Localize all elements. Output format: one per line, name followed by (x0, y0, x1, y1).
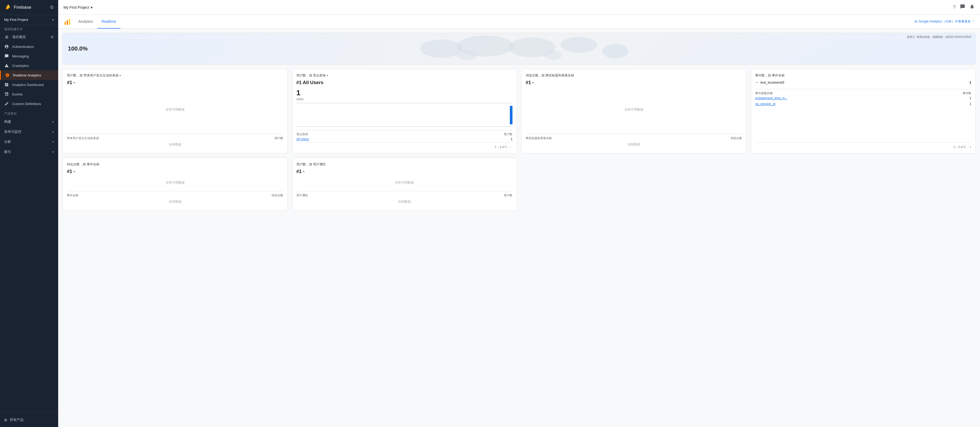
card6-no-data: 没有可用数据 (296, 177, 513, 189)
content-body: 100.0% 新西兰 维港站标题，地图刷新：按2022-06/2011)6020 (58, 29, 980, 427)
sidebar-item-messaging[interactable]: Messaging (0, 51, 58, 61)
card3-table-header: 网页标题和屏幕名称 浏览次数 (526, 134, 742, 140)
realtime-analytics-icon (5, 73, 10, 78)
svg-rect-0 (65, 22, 66, 25)
section-build[interactable]: 构建 ▾ (0, 117, 58, 127)
card2-footer: 1 – 1 of 1 ‹ › (296, 142, 513, 149)
sidebar-item-home[interactable]: ⊞ 项目概览 ⚙ (0, 32, 58, 42)
help-icon[interactable]: ? (953, 5, 956, 10)
card4-col-right: 事件数 (963, 91, 971, 95)
dropdown-arrow-icon[interactable]: ▾ (119, 74, 121, 77)
card4-event-count: 1 (969, 80, 971, 84)
next-arrow-icon[interactable]: › (511, 145, 512, 149)
card3-col-left: 网页标题和屏幕名称 (526, 136, 552, 140)
sidebar-item-label: 项目概览 (12, 35, 26, 40)
settings-gear-icon[interactable]: ⚙ (51, 35, 54, 39)
card6-no-data-row: 没有数据 (296, 198, 513, 206)
card3-no-data: 没有可用数据 (526, 88, 742, 132)
param-row-2-label[interactable]: ga_session_id (755, 102, 776, 106)
card1-col-left: 带来用户首次互动的来源 (67, 136, 99, 140)
card4-pagination: 1 – 2 of 2 (953, 145, 966, 148)
card2-rank: #1 All Users (296, 80, 323, 86)
sidebar-item-custom-definitions[interactable]: Custom Definitions (0, 99, 58, 108)
google-analytics-link[interactable]: 在 Google Analytics（分析）中查看更多 ↗ (915, 19, 975, 24)
sidebar-item-realtime-analytics[interactable]: Realtime Analytics (0, 70, 58, 80)
crashlytics-icon (4, 63, 9, 68)
card2-col-left: 受众群体 (296, 132, 308, 136)
sidebar-item-crashlytics[interactable]: Crashlytics (0, 61, 58, 70)
sidebar-item-events[interactable]: Events (0, 89, 58, 99)
topbar-project[interactable]: My First Project ▾ (64, 5, 92, 10)
svg-point-9 (544, 51, 562, 60)
world-map-svg (76, 33, 962, 64)
section-analytics[interactable]: 分析 ▾ (0, 137, 58, 147)
all-products-label: 所有产品 (10, 417, 24, 422)
sidebar-item-analytics-dashboard[interactable]: Analytics Dashboard (0, 80, 58, 89)
next-arrow-icon[interactable]: › (970, 145, 971, 149)
card5-no-data-row: 没有数据 (67, 198, 283, 206)
events-icon (4, 92, 9, 97)
all-users-link[interactable]: All Users (296, 137, 309, 141)
chevron-down-icon: ▾ (52, 150, 54, 154)
section-attract[interactable]: 吸引 ▾ (0, 147, 58, 157)
sidebar-item-label: Messaging (12, 54, 29, 58)
card4-col-left: 事件参数的键 (755, 91, 773, 95)
card-page-views: 浏览次数，按 网页标题和屏幕名称 #1 - 没有可用数据 网页标题和屏幕名称 浏… (521, 69, 746, 153)
home-icon: ⊞ (4, 35, 9, 40)
param-row-1-label[interactable]: engagement_time_m... (755, 96, 788, 100)
card3-col-right: 浏览次数 (730, 136, 742, 140)
dashed-line-2 (296, 126, 513, 127)
cards-grid-bottom: 转化次数，按 事件名称 #1 - 没有可用数据 事件名称 转化次数 没有数据 用… (62, 158, 976, 210)
sidebar-item-label: Crashlytics (12, 64, 29, 68)
tab-realtime[interactable]: Realtime (97, 15, 120, 29)
sidebar-item-label: Analytics Dashboard (12, 83, 44, 87)
card2-pct: 100% (296, 98, 513, 101)
map-strip: 100.0% 新西兰 维港站标题，地图刷新：按2022-06/2011)6020 (62, 33, 976, 65)
prev-arrow-icon[interactable]: ‹ (509, 145, 511, 149)
card5-no-data: 没有可用数据 (67, 177, 283, 189)
svg-point-7 (602, 44, 628, 59)
tab-realtime-label: Realtime (102, 19, 116, 24)
card2-number: 1 (296, 89, 513, 97)
all-users-value: 1 (511, 137, 512, 141)
notification-icon[interactable] (969, 4, 975, 11)
dropdown-arrow-icon[interactable]: ▾ (327, 74, 328, 77)
card3-rank: #1 - (526, 80, 742, 86)
svg-rect-2 (69, 19, 70, 25)
section-publish-monitor[interactable]: 发布与监控 ▾ (0, 127, 58, 137)
tab-analytics[interactable]: Analytics (74, 15, 97, 29)
chevron-down-icon: ▾ (52, 140, 54, 143)
prev-arrow-icon[interactable]: ‹ (968, 145, 969, 149)
project-row[interactable]: My First Project ▾ (0, 15, 58, 25)
card2-col-right: 用户数 (504, 132, 512, 136)
product-category-label: 产品类别 (0, 108, 58, 117)
card1-col-right: 用户数 (275, 136, 283, 140)
section-label: 发布与监控 (4, 129, 52, 134)
card4-title: 事件数，按 事件名称 (755, 73, 972, 78)
back-arrow-icon[interactable]: ← (755, 80, 759, 84)
dashed-line (296, 103, 513, 103)
grid-icon: ⊞ (4, 418, 7, 422)
card2-title: 用户数，按 受众群体 ▾ (296, 73, 513, 78)
topbar-chevron-icon: ▾ (91, 5, 92, 10)
card1-no-data: 没有可用数据 (67, 88, 283, 132)
sidebar-item-authentication[interactable]: Authentication (0, 42, 58, 51)
project-name: My First Project (4, 18, 51, 22)
main-area: My First Project ▾ ? Analytics Realtime (58, 0, 980, 427)
card2-nav-arrows: ‹ › (509, 145, 512, 149)
section-label: 分析 (4, 139, 52, 144)
chat-icon[interactable] (960, 4, 965, 11)
settings-icon[interactable]: ⚙ (50, 5, 54, 10)
card3-no-data-row: 没有数据 (526, 140, 742, 149)
map-info-text: 新西兰 维港站标题，地图刷新：按2022-06/2011)6020 (907, 35, 971, 39)
card6-table-header: 用户属性 用户数 (296, 191, 513, 198)
authentication-icon (4, 44, 9, 49)
app-name: Firebase (14, 5, 31, 10)
cards-grid-top: 用户数，按 带来用户首次互动的来源 ▾ #1 - 没有可用数据 带来用户首次互动… (62, 69, 976, 153)
card-events: 事件数，按 事件名称 ← test_localsend3 1 事件参数的键 事件… (751, 69, 976, 153)
all-products-item[interactable]: ⊞ 所有产品 (4, 416, 54, 424)
custom-definitions-icon (4, 101, 9, 106)
card4-table-header: 事件参数的键 事件数 (755, 89, 972, 95)
bar-chart-item (510, 106, 512, 124)
analytics-bar-icon (64, 18, 72, 26)
